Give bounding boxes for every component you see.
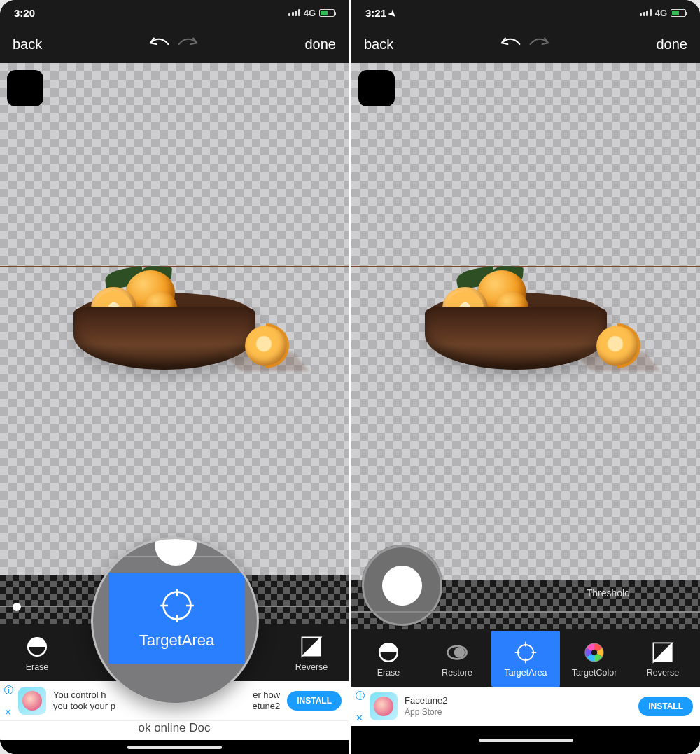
tool-row: Erase Restore TargetArea <box>351 629 700 687</box>
preview-thumbnail[interactable] <box>7 70 43 106</box>
target-icon <box>158 587 196 624</box>
signal-icon <box>288 9 300 16</box>
undo-icon[interactable] <box>146 35 169 53</box>
nav-bar: back done <box>351 25 700 63</box>
dual-screenshot-container: 3:20 4G back done <box>0 0 700 754</box>
install-button[interactable]: INSTALL <box>638 697 693 716</box>
magnified-slider-thumb <box>155 537 197 566</box>
screen-right: 3:21➤ 4G back done <box>349 0 700 754</box>
reverse-icon <box>651 641 675 664</box>
ad-close-icon[interactable]: ✕ <box>356 713 363 723</box>
tool-targetcolor[interactable]: TargetColor <box>560 631 629 687</box>
tool-label: TargetColor <box>572 668 617 678</box>
svg-point-8 <box>454 647 465 657</box>
tool-label: Erase <box>26 662 49 672</box>
svg-point-9 <box>518 644 533 659</box>
brush-preview-circle[interactable] <box>362 545 442 626</box>
ad-app-icon <box>18 687 46 715</box>
brush-size-bar[interactable]: Threshold <box>351 580 700 629</box>
redo-icon[interactable] <box>529 35 553 53</box>
bottom-controls: Threshold Erase Restore TargetArea <box>351 580 700 754</box>
magnified-targetarea-label: TargetArea <box>139 631 215 650</box>
home-indicator[interactable] <box>127 746 222 749</box>
ad-close-icon[interactable]: ✕ <box>4 707 12 718</box>
nav-bar: back done <box>0 25 349 63</box>
edit-canvas[interactable] <box>0 63 349 575</box>
status-time: 3:20 <box>14 7 35 19</box>
install-button[interactable]: INSTALL <box>287 691 342 711</box>
signal-icon <box>640 9 652 16</box>
status-bar: 3:21➤ 4G <box>351 0 700 25</box>
target-icon <box>514 641 538 664</box>
status-time: 3:21➤ <box>365 7 397 19</box>
battery-icon <box>671 9 686 17</box>
secondary-ad-strip[interactable]: ok online Doc <box>0 720 349 740</box>
network-label: 4G <box>655 8 667 18</box>
back-button[interactable]: back <box>13 36 42 53</box>
network-label: 4G <box>304 8 316 18</box>
colorwheel-icon <box>582 641 606 664</box>
status-right: 4G <box>640 8 686 18</box>
magnifier-lens: TargetArea <box>91 537 259 705</box>
undo-icon[interactable] <box>497 35 521 53</box>
erase-icon <box>377 641 400 664</box>
status-right: 4G <box>288 8 335 18</box>
threshold-label: Threshold <box>587 587 630 599</box>
tool-label: Restore <box>442 668 472 678</box>
redo-icon[interactable] <box>178 35 202 53</box>
home-indicator[interactable] <box>479 739 573 742</box>
slider-track[interactable] <box>351 611 700 613</box>
home-indicator-bar <box>351 726 700 754</box>
ad-banner[interactable]: i ✕ Facetune2 App Store INSTALL <box>351 687 700 726</box>
svg-point-15 <box>592 649 598 655</box>
tool-label: Reverse <box>295 662 328 672</box>
location-icon: ➤ <box>386 7 399 20</box>
battery-icon <box>319 9 335 17</box>
erase-icon <box>25 635 49 659</box>
done-button[interactable]: done <box>657 36 688 53</box>
tool-erase[interactable]: Erase <box>354 631 423 687</box>
magnified-targetarea-button: TargetArea <box>108 573 245 664</box>
tool-restore[interactable]: Restore <box>423 631 491 687</box>
ad-info-icon[interactable]: i <box>4 685 13 694</box>
slider-thumb[interactable] <box>13 603 21 611</box>
home-indicator-bar <box>0 740 349 754</box>
tool-reverse[interactable]: Reverse <box>629 631 697 687</box>
tool-erase[interactable]: Erase <box>3 625 71 681</box>
ad-app-icon <box>370 692 398 720</box>
tool-label: Erase <box>377 668 400 678</box>
tool-reverse[interactable]: Reverse <box>277 625 346 681</box>
restore-icon <box>445 641 469 664</box>
preview-thumbnail[interactable] <box>358 70 395 106</box>
ad-info-icon[interactable]: i <box>356 691 365 700</box>
screen-left: 3:20 4G back done <box>0 0 349 754</box>
edit-canvas[interactable] <box>351 63 700 580</box>
tool-label: Reverse <box>647 668 680 678</box>
tool-targetarea[interactable]: TargetArea <box>491 631 560 687</box>
image-subject-oranges-bowl <box>386 252 652 375</box>
done-button[interactable]: done <box>305 36 337 53</box>
status-bar: 3:20 4G <box>0 0 349 25</box>
back-button[interactable]: back <box>364 36 393 53</box>
ad-text: Facetune2 App Store <box>405 695 631 717</box>
reverse-icon <box>300 635 323 659</box>
image-subject-oranges-bowl <box>35 252 301 375</box>
tool-label: TargetArea <box>504 668 547 678</box>
